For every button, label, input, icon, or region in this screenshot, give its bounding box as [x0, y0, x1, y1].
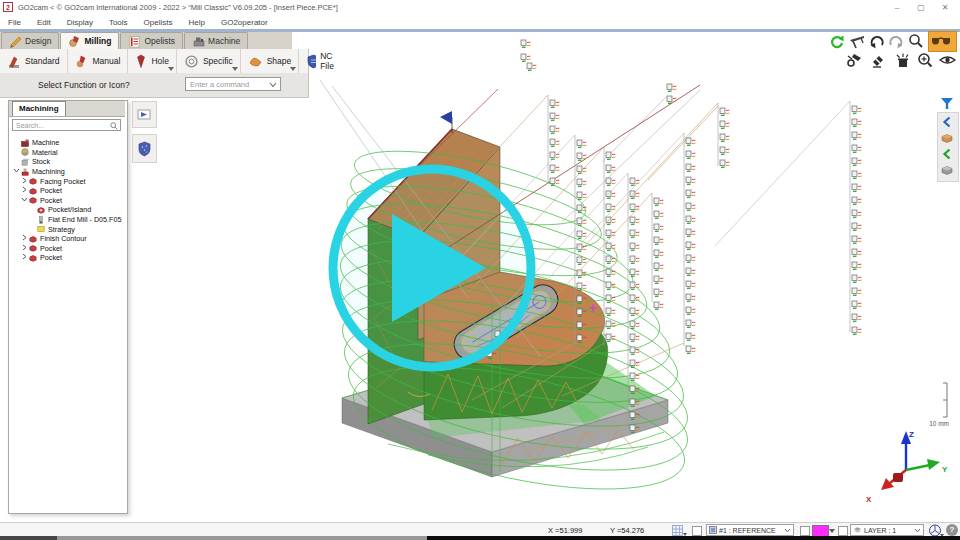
- pocket-icon: [29, 235, 37, 243]
- video-play-button[interactable]: [333, 169, 531, 367]
- command-combo[interactable]: Enter a command: [185, 77, 281, 91]
- tool-shield-button[interactable]: [132, 134, 157, 163]
- manual-tool-icon: [75, 54, 89, 69]
- chevron-down-icon: [914, 528, 921, 533]
- caliper-measure-icon[interactable]: [849, 34, 866, 49]
- clean-icon[interactable]: [894, 52, 911, 69]
- tree-item-finish-contour[interactable]: Finish Contour: [9, 234, 125, 244]
- tree-item-pocket[interactable]: Pocket: [9, 253, 125, 263]
- stock-part-button[interactable]: [938, 162, 956, 177]
- dropdown-arrow-icon: [168, 67, 174, 71]
- eraser-icon[interactable]: [870, 53, 887, 69]
- layer-combo[interactable]: LAYER : 1: [850, 524, 924, 536]
- tree-item-pocket[interactable]: Pocket: [9, 186, 125, 196]
- menu-display[interactable]: Display: [59, 18, 101, 27]
- filter-button[interactable]: [938, 96, 956, 111]
- tab-opelists[interactable]: Opelists: [120, 32, 183, 49]
- tree-item-pocket[interactable]: Pocket: [9, 244, 125, 254]
- x-coordinate-readout: X =51.999: [548, 526, 582, 535]
- minimize-button[interactable]: –: [888, 1, 906, 14]
- grid-icon[interactable]: [672, 525, 687, 536]
- tab-milling[interactable]: Milling: [60, 32, 119, 50]
- command-bar: Select Function or Icon? Enter a command: [0, 73, 309, 98]
- menu-go2operator[interactable]: GO2operator: [213, 18, 276, 27]
- menu-tools[interactable]: Tools: [101, 18, 136, 27]
- swatch-dropdown-icon[interactable]: [829, 529, 835, 534]
- drill-icon: [135, 54, 147, 69]
- shape-button[interactable]: Shape: [241, 49, 300, 73]
- pocketisland-icon: [37, 206, 45, 214]
- close-button[interactable]: ✕: [936, 1, 954, 14]
- hole-button[interactable]: Hole: [128, 49, 176, 73]
- go2cam-window: { "window": { "title": "GO2cam < © GO2ca…: [0, 0, 960, 540]
- search-input[interactable]: Search...: [12, 119, 121, 131]
- color-checkbox[interactable]: [800, 526, 810, 536]
- menu-edit[interactable]: Edit: [29, 18, 59, 27]
- solid-part-button[interactable]: [938, 130, 956, 145]
- machine-icon: [192, 35, 205, 48]
- tree-item-pocket[interactable]: Pocket: [9, 196, 125, 206]
- manual-button[interactable]: Manual: [68, 49, 129, 73]
- chevron-left-green-icon: [941, 148, 953, 160]
- sync-icon[interactable]: [828, 33, 845, 49]
- window-title: GO2cam < © GO2cam International 2009 - 2…: [18, 3, 338, 12]
- reference-combo[interactable]: #1 : REFERENCE: [706, 524, 794, 536]
- chevron-closed-icon: [21, 177, 28, 184]
- collapse-blue-button[interactable]: [938, 114, 956, 129]
- reference-plane-icon: [709, 526, 717, 534]
- tab-machine[interactable]: Machine: [184, 32, 248, 49]
- video-progress-bar[interactable]: [0, 536, 960, 540]
- layer-checkbox[interactable]: [838, 526, 848, 536]
- tree-item-strategy[interactable]: Strategy: [9, 224, 125, 234]
- shape-icon: [248, 54, 263, 69]
- glasses-view-button[interactable]: [928, 31, 957, 52]
- specific-button[interactable]: Specific: [177, 49, 241, 73]
- zoom-icon[interactable]: [908, 33, 924, 49]
- standard-button[interactable]: Standard: [0, 49, 68, 73]
- tool-icon: [37, 216, 45, 224]
- tab-design[interactable]: Design: [1, 32, 59, 49]
- operator-window-button[interactable]: [132, 101, 157, 128]
- machining-simulation-icon[interactable]: [846, 52, 864, 69]
- tree-item-stock[interactable]: Stock: [9, 157, 125, 167]
- tree-item-flat-end-mill-d05-f05[interactable]: Flat End Mill - D05.F05: [9, 215, 125, 225]
- tab-machining-panel[interactable]: Machining: [12, 101, 66, 116]
- axis-y-label: Y: [942, 465, 948, 474]
- undo-icon[interactable]: [869, 34, 885, 49]
- menu-file[interactable]: File: [0, 18, 29, 27]
- collapse-green-button[interactable]: [938, 146, 956, 161]
- zoom-extents-icon[interactable]: [917, 52, 934, 69]
- glasses-icon: [929, 32, 954, 49]
- list-icon: [128, 35, 141, 48]
- menu-opelists[interactable]: Opelists: [136, 18, 181, 27]
- milling-toolbar: Standard Manual Hole Specific Shape NC F…: [0, 49, 309, 74]
- tree-item-machining[interactable]: Machining: [9, 167, 125, 177]
- eye-view-icon[interactable]: [939, 53, 956, 68]
- axis-x-label: X: [866, 495, 872, 504]
- menu-help[interactable]: Help: [181, 18, 213, 27]
- pencil-icon: [9, 35, 22, 48]
- video-progress-played: [57, 536, 427, 540]
- tree-item-material[interactable]: Material: [9, 148, 125, 158]
- redo-icon[interactable]: [888, 34, 904, 49]
- reference-checkbox[interactable]: [692, 526, 702, 536]
- scale-label: 10 mm: [929, 420, 949, 427]
- chevron-closed-icon: [21, 244, 28, 251]
- help-button[interactable]: ?: [946, 524, 958, 536]
- pocket-icon: [29, 177, 37, 185]
- tree-item-machine[interactable]: Machine: [9, 138, 125, 148]
- nc-file-button[interactable]: NC File: [299, 49, 346, 73]
- chevron-down-icon: [784, 528, 791, 533]
- chevron-closed-icon: [21, 186, 28, 193]
- pocket-icon: [29, 187, 37, 195]
- machining-icon: [21, 168, 29, 176]
- machine-icon: [21, 139, 29, 147]
- tree-item-pocket-island[interactable]: Pocket/Island: [9, 205, 125, 215]
- chevron-open-icon: [21, 196, 28, 203]
- filter-icon: [940, 97, 954, 110]
- strategy-icon: [37, 225, 45, 233]
- pocket-icon: [29, 196, 37, 204]
- tree-item-facing-pocket[interactable]: Facing Pocket: [9, 176, 125, 186]
- title-bar: 2 GO2cam < © GO2cam International 2009 -…: [0, 0, 960, 15]
- maximize-button[interactable]: ▢: [912, 1, 930, 14]
